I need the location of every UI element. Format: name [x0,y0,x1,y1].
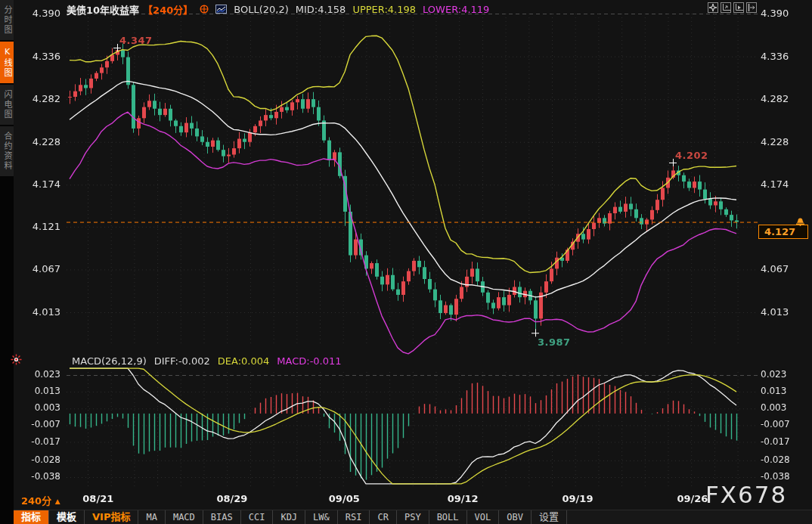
toolbar-item-obv[interactable]: OBV [499,510,532,524]
price-axis-label-right: 4.228 [761,136,809,147]
trading-app-window: 分时图K线图闪电图合约资料 美债10年收益率 【240分】 BOLL(20,2)… [0,0,812,524]
toolbar-item-[interactable]: 指标 [14,510,49,524]
toolbar-item-vip[interactable]: VIP指标 [85,510,138,524]
date-axis-label: 09/05 [320,493,368,504]
toolbar-item-[interactable]: 设置 [532,510,567,524]
toolbar-item-[interactable]: 模板 [49,510,85,524]
sidebar-item-kline-chart[interactable]: K线图 [0,42,14,83]
price-axis-label-right: 4.013 [761,306,809,318]
mini-chart-icon[interactable] [215,5,227,14]
chart-type-sidebar: 分时图K线图闪电图合约资料 [0,0,14,524]
price-axis-label: 4.390 [17,8,60,19]
toolbar-item-ma[interactable]: MA [138,510,165,524]
sidebar-item-time-chart[interactable]: 分时图 [0,0,14,40]
period-label: 【240分】 [143,2,193,17]
price-axis-label: 4.013 [17,306,60,318]
macd-axis-label: -0.028 [17,454,60,465]
price-axis-label: 4.228 [17,136,60,147]
price-axis-label: 4.336 [17,51,60,62]
price-axis-label: 4.067 [17,263,60,274]
price-chart-canvas[interactable] [14,0,812,510]
macd-axis-label-right: 0.023 [761,369,809,380]
price-axis-label: 4.282 [17,93,60,104]
sidebar-item-contract-info[interactable]: 合约资料 [0,126,14,176]
price-annotation: 3.987 [538,336,571,348]
macd-axis-label: 0.013 [17,386,60,396]
toolbar-item-kdj[interactable]: KDJ [273,510,305,524]
macd-axis-label-right: -0.007 [761,419,809,429]
symbol-title: 美债10年收益率 [67,2,139,17]
date-axis-label: 08/29 [208,493,256,504]
boll-mid-value: MID:4.158 [296,4,346,15]
fit-chart-icon[interactable] [708,2,718,13]
price-annotation: 4.347 [119,35,153,46]
price-annotation: 4.202 [675,150,708,161]
boll-label: BOLL(20,2) [234,4,289,15]
macd-macd-value: MACD:-0.011 [277,355,341,367]
target-icon[interactable] [200,5,209,14]
macd-diff-value: DIFF:-0.002 [154,355,210,367]
macd-axis-label: 0.003 [17,402,60,413]
toolbar-item-vol[interactable]: VOL [467,510,500,524]
macd-axis-label: 0.023 [17,369,60,380]
date-axis-label: 09/19 [553,493,602,504]
macd-axis-label: -0.007 [17,419,60,429]
sidebar-item-flash-chart[interactable]: 闪电图 [0,85,14,125]
toolbar-item-cr[interactable]: CR [370,510,396,524]
macd-axis-label: -0.017 [17,436,60,447]
macd-header: MACD(26,12,9) DIFF:-0.002 DEA:0.004 MACD… [72,355,342,367]
macd-axis-label-right: 0.013 [761,386,809,396]
macd-axis-label-right: -0.028 [761,454,809,465]
date-axis-label: 08/21 [74,493,122,504]
price-axis-label-right: 4.067 [761,263,809,274]
price-alert-bell-icon[interactable] [795,215,805,229]
toolbar-item-bias[interactable]: BIAS [203,510,241,524]
price-axis-label-right: 4.390 [761,8,809,19]
macd-label: MACD(26,12,9) [72,355,147,367]
macd-axis-label-right: 0.003 [761,402,809,413]
indicator-toolbar: 指标模板VIP指标MAMACDBIASCCIKDJLW&RSICRPSYBOLL… [14,510,812,524]
toolbar-item-psy[interactable]: PSY [397,510,429,524]
toolbar-item-macd[interactable]: MACD [166,510,203,524]
toolbar-item-rsi[interactable]: RSI [338,510,370,524]
chart-header: 美债10年收益率 【240分】 BOLL(20,2) MID:4.158 UPP… [67,3,489,15]
toolbar-item-boll[interactable]: BOLL [429,510,467,524]
boll-upper-value: UPPER:4.198 [352,4,416,15]
toolbar-item-cci[interactable]: CCI [241,510,274,524]
boll-lower-value: LOWER:4.119 [423,4,489,15]
period-arrow-icon: ▲ [55,498,60,505]
toolbar-item-lw[interactable]: LW& [305,510,338,524]
price-axis-label-right: 4.336 [761,51,809,62]
fx678-watermark: FX678 [705,481,787,508]
macd-dea-value: DEA:0.004 [218,355,270,367]
macd-axis-label-right: -0.017 [761,436,809,447]
zoom-x-axis-icon[interactable] [721,2,731,13]
alert-indicator-icon[interactable] [11,354,22,368]
pan-right-icon[interactable] [746,2,757,13]
date-axis-label: 09/26 [668,493,717,504]
price-axis-label: 4.121 [17,221,60,232]
price-axis-label-right: 4.282 [761,93,809,104]
period-selector[interactable]: 240分 ▲ [21,493,60,507]
date-axis-label: 09/12 [439,493,487,504]
chart-tool-buttons [708,2,757,13]
macd-axis-label: -0.038 [17,471,60,482]
price-axis-label-right: 4.174 [761,178,809,190]
macd-axis-label-right: -0.038 [761,471,809,482]
price-axis-label: 4.174 [17,178,60,190]
zoom-y-axis-icon[interactable] [733,2,744,13]
